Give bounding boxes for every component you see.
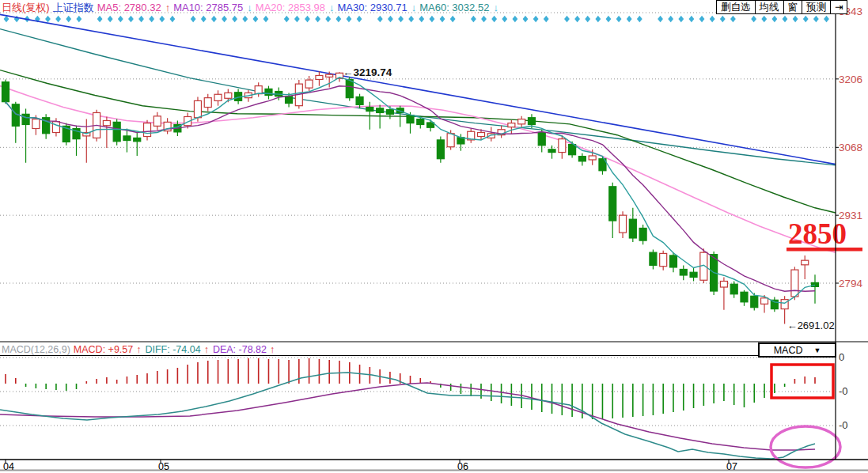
diamond-marker-icon [502,16,507,22]
month-axis-label[interactable]: 04 [3,461,14,472]
diamond-marker-icon [751,16,756,22]
level-2850-line [787,248,862,252]
delete-watchlist-button[interactable]: 删自选 [716,0,756,14]
candlestick[interactable] [720,281,727,287]
diamond-marker-icon [471,16,476,22]
candlestick[interactable] [113,122,120,141]
diamond-marker-icon [803,16,809,22]
candlestick[interactable] [629,219,636,238]
month-axis-label[interactable]: 05 [158,461,169,472]
candlestick[interactable] [730,284,737,294]
chart-canvas[interactable]: ←3219.74←2691.02285033433206306829312794… [0,0,868,473]
peak-annotation: ←3219.74 [343,66,392,78]
diamond-marker-icon [658,16,663,22]
candlestick[interactable] [427,123,434,127]
trend-arrow-icon: ↑ [165,2,171,13]
trend-arrow-icon: ↑ [136,344,141,355]
candlestick[interactable] [144,123,151,137]
diamond-marker-icon [305,16,310,22]
diamond-marker-icon [97,16,103,22]
candlestick[interactable] [346,79,353,97]
month-axis-label[interactable]: 06 [457,461,468,472]
macd-axis-label: -0 [839,385,848,397]
candlestick[interactable] [761,298,768,305]
candlestick[interactable] [22,114,29,124]
candlestick[interactable] [265,89,272,95]
candlestick[interactable] [741,292,748,302]
candlestick[interactable] [478,133,485,137]
candlestick[interactable] [518,119,525,124]
macd-legend-item: DIFF: -74.04 [145,344,200,355]
candlestick[interactable] [559,139,566,153]
candlestick[interactable] [609,187,616,221]
candlestick[interactable] [508,123,515,127]
candlestick[interactable] [2,82,9,102]
candlestick[interactable] [326,74,333,77]
candlestick[interactable] [751,296,758,307]
diamond-marker-icon [533,16,539,22]
candlestick[interactable] [680,269,687,275]
ma-legend-item: MA60: 3032.52 [419,2,489,13]
candlestick[interactable] [377,108,384,113]
candlestick[interactable] [639,228,646,240]
candlestick[interactable] [620,215,627,233]
diamond-marker-icon [357,16,362,22]
diamond-marker-icon [699,16,705,22]
diamond-marker-icon [627,16,632,22]
candlestick[interactable] [548,149,555,153]
candlestick[interactable] [316,75,323,79]
ma-settings-button[interactable]: 均线 [756,0,784,14]
candlestick[interactable] [154,116,161,127]
candlestick[interactable] [134,138,141,141]
candlestick[interactable] [690,272,697,277]
candlestick[interactable] [123,136,131,141]
candlestick[interactable] [771,300,778,308]
diamond-marker-icon [76,16,81,22]
candlestick[interactable] [669,255,677,267]
diamond-marker-icon [419,16,424,22]
candlestick[interactable] [305,80,313,88]
candlestick[interactable] [407,115,414,123]
candlestick[interactable] [214,94,222,100]
candlestick[interactable] [286,96,293,104]
candlestick[interactable] [204,98,211,108]
candlestick[interactable] [356,96,363,104]
trendline [0,14,836,164]
window-button[interactable]: 窗 [784,0,803,14]
candlestick[interactable] [578,157,586,161]
diamond-marker-icon [242,16,248,22]
candlestick[interactable] [255,86,262,94]
candlestick[interactable] [386,110,393,115]
next-arrow-button[interactable]: ⇥ [831,0,847,14]
diamond-marker-icon [512,16,517,22]
candlestick[interactable] [538,133,545,146]
candlestick[interactable] [417,119,424,125]
candlestick[interactable] [52,122,59,133]
candlestick[interactable] [802,260,809,265]
candlestick[interactable] [781,300,788,309]
diamond-marker-icon [294,16,300,22]
candlestick[interactable] [660,253,667,266]
candlestick[interactable] [437,140,444,159]
indicator-dropdown[interactable]: MACD ▼ [758,342,836,358]
diamond-marker-icon [783,16,788,22]
candlestick[interactable] [447,134,454,147]
candlestick[interactable] [366,108,373,112]
candlestick[interactable] [791,270,798,297]
forecast-button[interactable]: 预测 [802,0,831,14]
candlestick[interactable] [650,252,657,265]
diamond-marker-icon [211,16,217,22]
main-chart-legend: 日线(复权) 上证指数 MA5: 2780.32↑MA10: 2785.75↓M… [2,1,505,14]
diamond-marker-icon [710,16,715,22]
candlestick[interactable] [103,120,110,125]
diamond-marker-icon [118,16,123,22]
candlestick[interactable] [569,145,576,155]
month-axis-label[interactable]: 07 [726,461,737,472]
price-axis-label: 2794 [839,278,863,289]
candlestick[interactable] [225,93,232,98]
diamond-marker-icon [252,16,258,22]
candlestick[interactable] [589,156,596,160]
candlestick[interactable] [32,119,40,129]
candlestick[interactable] [194,100,201,117]
candlestick[interactable] [528,118,535,125]
